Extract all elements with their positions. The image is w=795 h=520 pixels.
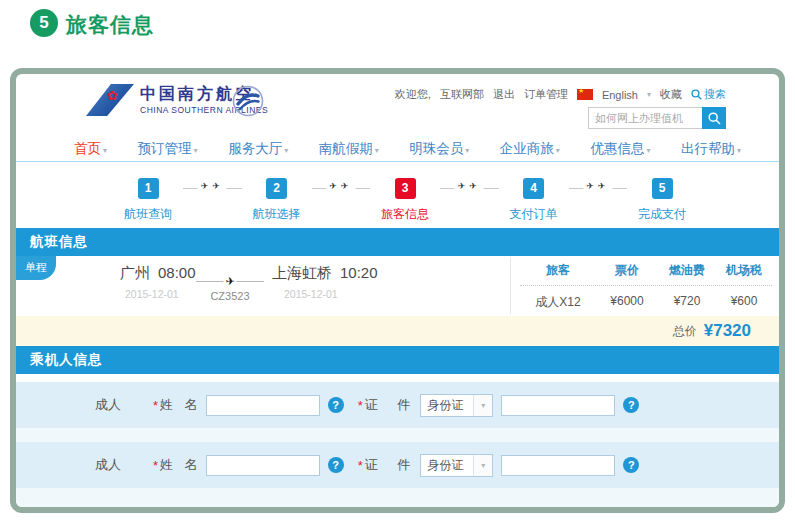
page-step-badge: 5	[30, 9, 58, 37]
id-help-icon[interactable]: ?	[623, 397, 639, 413]
nav-item-pearl-member[interactable]: 明珠会员▾	[409, 140, 469, 158]
chevron-down-icon: ▾	[737, 146, 741, 155]
depart-city-time: 广州08:00	[120, 264, 196, 283]
total-price-value: ¥7320	[704, 321, 751, 341]
fare-cell-price: ¥6000	[596, 286, 658, 311]
nav-item-travel-help[interactable]: 出行帮助▾	[681, 140, 741, 158]
chevron-down-icon: ▾	[284, 146, 288, 155]
chevron-down-icon: ▾	[473, 395, 492, 416]
nav-item-corporate[interactable]: 企业商旅▾	[500, 140, 560, 158]
favorite-link[interactable]: 收藏	[660, 87, 682, 102]
site-search	[588, 107, 726, 129]
account-link[interactable]: 互联网部	[440, 87, 484, 102]
name-help-icon[interactable]: ?	[328, 457, 344, 473]
id-type-value: 身份证	[421, 395, 473, 416]
nav-item-promotions[interactable]: 优惠信息▾	[590, 140, 650, 158]
step-number-badge: 3	[395, 178, 416, 199]
plane-icon: ✈	[469, 181, 481, 191]
nav-divider	[16, 161, 779, 162]
logout-link[interactable]: 退出	[493, 87, 515, 102]
chevron-down-icon: ▾	[103, 146, 107, 155]
page-title: 旅客信息	[66, 11, 154, 39]
kapok-flower-icon: ✿	[107, 89, 118, 102]
nav-item-home[interactable]: 首页▾	[74, 140, 107, 158]
name-field-label: 姓 名	[160, 396, 198, 414]
depart-city: 广州	[120, 264, 150, 281]
plane-icon: ✈	[201, 181, 213, 191]
step-connector: ✈✈	[566, 178, 631, 199]
name-help-icon[interactable]: ?	[328, 397, 344, 413]
step-connector: ✈✈	[437, 178, 502, 199]
id-type-select[interactable]: 身份证 ▾	[420, 394, 493, 417]
chevron-down-icon: ▾	[375, 146, 379, 155]
passenger-type-label: 成人	[95, 396, 153, 414]
booking-progress-steps: 1 航班查询 ✈✈ 2 航班选择 ✈✈ 3 旅客信息 ✈✈ 4 支付订单 ✈✈ …	[116, 178, 694, 223]
step-connector: ✈✈	[309, 178, 374, 199]
welcome-text: 欢迎您,	[395, 87, 431, 102]
step-complete: 5 完成支付	[630, 178, 694, 223]
airline-logo[interactable]: ✿	[86, 82, 136, 118]
total-price-label: 总价	[673, 323, 697, 340]
fare-cell-passenger: 成人X12	[520, 286, 596, 311]
id-type-value: 身份证	[421, 455, 473, 476]
passenger-type-label: 成人	[95, 456, 153, 474]
search-button[interactable]	[702, 107, 726, 129]
passenger-id-input[interactable]	[501, 455, 615, 476]
search-input[interactable]	[588, 107, 702, 129]
fare-header-fuel: 燃油费	[658, 262, 716, 285]
required-marker: *	[358, 398, 363, 413]
nav-item-service-hall[interactable]: 服务大厅▾	[228, 140, 288, 158]
chevron-down-icon: ▾	[556, 146, 560, 155]
passenger-info-header: 乘机人信息	[16, 346, 779, 374]
browser-screenshot-panel: ✿ 中国南方航空 CHINA SOUTHERN AIRLINES 欢迎您, 互联…	[10, 68, 785, 513]
id-field-label: 证 件	[365, 396, 411, 414]
flight-info-header: 航班信息	[16, 228, 779, 256]
order-management-link[interactable]: 订单管理	[524, 87, 568, 102]
arrive-city-time: 上海虹桥10:20	[272, 264, 378, 283]
chevron-down-icon: ▾	[647, 90, 651, 99]
language-select[interactable]: English	[602, 89, 638, 101]
arrive-time: 10:20	[340, 264, 378, 281]
chevron-down-icon: ▾	[473, 455, 492, 476]
required-marker: *	[153, 458, 158, 473]
arrive-city: 上海虹桥	[272, 264, 332, 281]
required-marker: *	[153, 398, 158, 413]
fare-cell-tax: ¥600	[716, 286, 772, 311]
depart-date: 2015-12-01	[125, 288, 179, 300]
step-number-badge: 4	[523, 178, 544, 199]
passenger-id-input[interactable]	[501, 395, 615, 416]
passenger-name-input[interactable]	[206, 455, 320, 476]
search-icon	[691, 89, 702, 100]
step-connector: ✈✈	[180, 178, 245, 199]
passenger-row-1: 成人 * 姓 名 ? * 证 件 身份证 ▾ ?	[16, 382, 779, 428]
step-payment: 4 支付订单	[502, 178, 566, 223]
row-separator	[16, 488, 779, 507]
plane-icon: ✈	[212, 181, 224, 191]
arrive-date: 2015-12-01	[284, 288, 338, 300]
step-passenger-info: 3 旅客信息	[373, 178, 437, 223]
step-number-badge: 2	[266, 178, 287, 199]
step-flight-search: 1 航班查询	[116, 178, 180, 223]
trip-type-tag: 单程	[16, 256, 56, 280]
row-separator	[16, 428, 779, 442]
name-field-label: 姓 名	[160, 456, 198, 474]
fare-header-passenger: 旅客	[520, 262, 596, 285]
step-number-badge: 5	[652, 178, 673, 199]
plane-icon: ✈	[586, 181, 598, 191]
id-help-icon[interactable]: ?	[623, 457, 639, 473]
passenger-name-input[interactable]	[206, 395, 320, 416]
china-flag-icon: ★	[577, 89, 593, 100]
search-toggle-link[interactable]: 搜索	[691, 87, 726, 102]
fare-cell-fuel: ¥720	[658, 286, 716, 311]
step-number-badge: 1	[138, 178, 159, 199]
route-arrow: ✈	[196, 272, 264, 290]
flight-number: CZ3523	[196, 290, 264, 302]
nav-item-holidays[interactable]: 南航假期▾	[319, 140, 379, 158]
nav-item-booking-mgmt[interactable]: 预订管理▾	[138, 140, 198, 158]
required-marker: *	[358, 458, 363, 473]
header-utility-links: 欢迎您, 互联网部 退出 订单管理 ★ English ▾ 收藏 搜索	[395, 87, 726, 102]
chevron-down-icon: ▾	[646, 146, 650, 155]
id-type-select[interactable]: 身份证 ▾	[420, 454, 493, 477]
skyteam-logo-icon	[232, 85, 264, 117]
plane-icon: ✈	[341, 181, 353, 191]
